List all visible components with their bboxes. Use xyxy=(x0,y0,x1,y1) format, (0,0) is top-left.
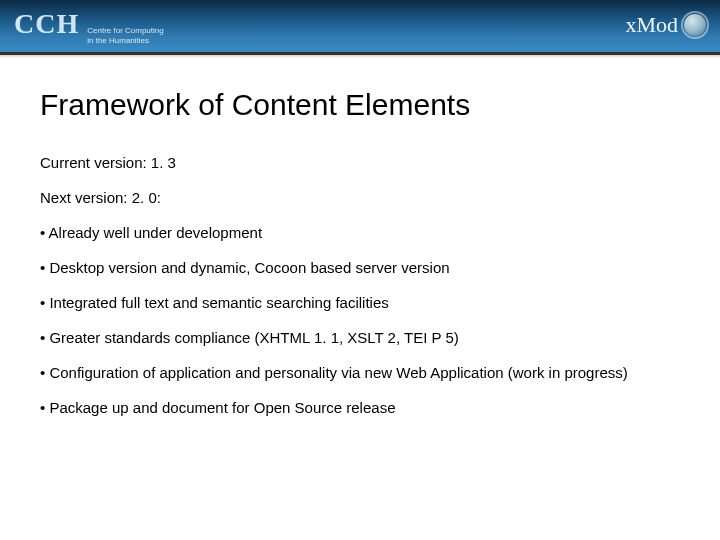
cch-logo-subtitle: Centre for Computing in the Humanities xyxy=(87,26,163,45)
cch-logo-mark: CCH xyxy=(14,10,79,38)
header-shadow xyxy=(0,52,720,58)
slide-body: Framework of Content Elements Current ve… xyxy=(0,52,720,416)
list-item: • Configuration of application and perso… xyxy=(40,364,680,381)
xmod-logo: xMod xyxy=(625,12,706,38)
cch-logo: CCH Centre for Computing in the Humaniti… xyxy=(14,10,164,45)
slide-title: Framework of Content Elements xyxy=(40,88,680,122)
current-version-line: Current version: 1. 3 xyxy=(40,154,680,171)
globe-icon xyxy=(684,14,706,36)
list-item: • Integrated full text and semantic sear… xyxy=(40,294,680,311)
list-item: • Greater standards compliance (XHTML 1.… xyxy=(40,329,680,346)
next-version-line: Next version: 2. 0: xyxy=(40,189,680,206)
list-item: • Already well under development xyxy=(40,224,680,241)
list-item: • Package up and document for Open Sourc… xyxy=(40,399,680,416)
xmod-logo-text: xMod xyxy=(625,12,678,38)
slide-header: CCH Centre for Computing in the Humaniti… xyxy=(0,0,720,52)
list-item: • Desktop version and dynamic, Cocoon ba… xyxy=(40,259,680,276)
